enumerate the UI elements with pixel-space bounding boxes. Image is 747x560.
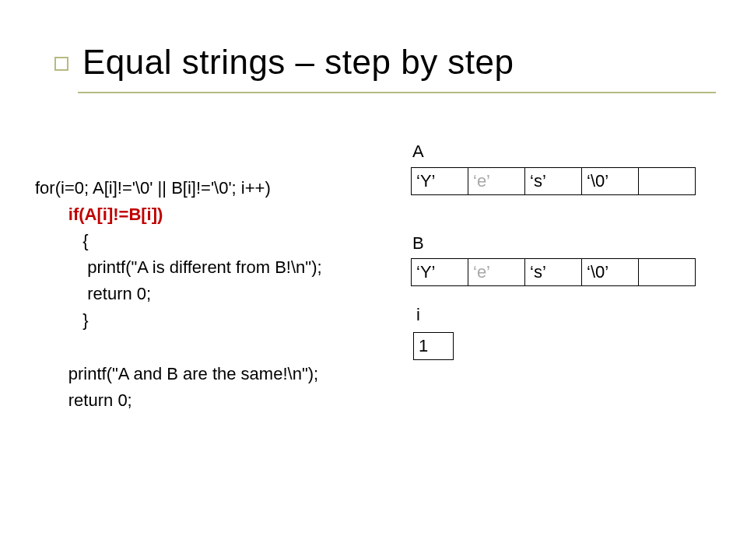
label-array-a: A	[412, 142, 424, 162]
code-line-5: return 0;	[87, 284, 151, 303]
array-a-cell-2: ‘s’	[525, 168, 582, 195]
title-underline	[78, 92, 716, 93]
slide-title: Equal strings – step by step	[82, 43, 514, 82]
code-line-2-highlighted: if(A[i]!=B[i])	[68, 205, 163, 224]
variable-i-value: 1	[413, 332, 454, 360]
array-b-cell-2: ‘s’	[525, 259, 582, 286]
code-line-4: printf("A is different from B!\n");	[87, 257, 321, 277]
title-bullet-icon	[54, 57, 68, 71]
code-line-6: }	[82, 310, 88, 330]
array-a-cell-4	[639, 168, 696, 195]
array-b-cell-1: ‘e’	[468, 259, 525, 286]
code-line-9: return 0;	[68, 390, 132, 410]
array-a: ‘Y’ ‘e’ ‘s’ ‘\0’	[411, 167, 696, 195]
code-block: for(i=0; A[i]!='\0' || B[i]!='\0'; i++) …	[35, 175, 322, 414]
array-a-cell-0: ‘Y’	[412, 168, 468, 195]
code-line-8: printf("A and B are the same!\n");	[68, 364, 318, 383]
title-area: Equal strings – step by step	[54, 43, 514, 82]
code-line-1: for(i=0; A[i]!='\0' || B[i]!='\0'; i++)	[35, 178, 271, 198]
label-array-b: B	[412, 233, 424, 254]
table-row: ‘Y’ ‘e’ ‘s’ ‘\0’	[412, 168, 696, 195]
code-line-3: {	[82, 231, 88, 250]
slide: Equal strings – step by step for(i=0; A[…	[0, 0, 747, 560]
array-b: ‘Y’ ‘e’ ‘s’ ‘\0’	[411, 258, 696, 286]
array-a-cell-3: ‘\0’	[582, 168, 639, 195]
array-b-cell-4	[639, 259, 696, 286]
label-variable-i: i	[416, 305, 420, 325]
array-b-cell-3: ‘\0’	[582, 259, 639, 286]
table-row: ‘Y’ ‘e’ ‘s’ ‘\0’	[412, 259, 696, 286]
array-a-cell-1: ‘e’	[468, 168, 525, 195]
array-b-cell-0: ‘Y’	[412, 259, 468, 286]
